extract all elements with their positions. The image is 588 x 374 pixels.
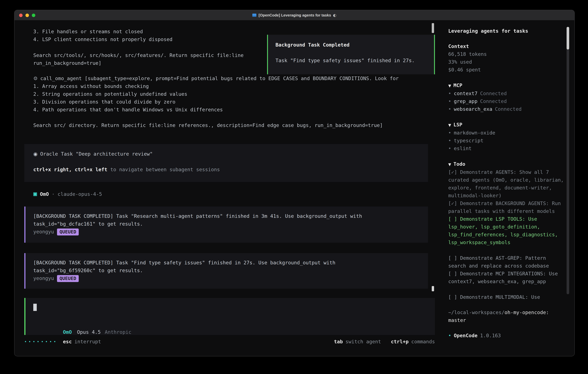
oracle-hint: ctrl+x right, ctrl+x left to navigate be…	[33, 166, 428, 174]
chevron-down-icon: ▼	[448, 83, 451, 88]
todo-header-label: Todo	[453, 161, 465, 167]
tool-call-block: ⚙call_omo_agent [subagent_type=explore, …	[33, 75, 399, 114]
agent-square-icon	[33, 192, 37, 196]
todo-section-header[interactable]: ▼Todo	[448, 160, 564, 168]
esc-hint: escinterrupt	[63, 338, 101, 346]
ctrl-p-key: ctrl+p	[391, 339, 409, 344]
status-bar: •••••••• escinterrupt tabswitch agent ct…	[24, 338, 435, 346]
screen: [OpenCode] Leveraging agents for tasks ◐…	[0, 0, 588, 374]
fisheye-icon: ◉	[33, 151, 38, 157]
mcp-name: grep_app	[454, 98, 478, 104]
prompt-input[interactable]: OmOOpus 4.5Anthropic	[24, 298, 435, 335]
message-meta: yeongyuQUEUED	[33, 228, 428, 236]
todo-item: [ ] Demonstrate AST-GREP: Pattern search…	[448, 254, 564, 270]
commands-label: commands	[411, 339, 435, 344]
tab-label: switch agent	[346, 339, 381, 344]
commands-hint: ctrl+pcommands	[391, 338, 435, 346]
agent-model: claude-opus-4-5	[58, 190, 102, 198]
context-used: 33% used	[448, 58, 564, 66]
todo-text: Demonstrate AGENTS: Show all 7 curated a…	[448, 169, 564, 198]
todo-item: [✓] Demonstrate AGENTS: Show all 7 curat…	[448, 168, 564, 200]
todo-checkbox: [ ]	[448, 294, 457, 300]
mcp-header-label: MCP	[453, 83, 462, 88]
sidebar: Leveraging agents for tasks Context 66,5…	[442, 21, 574, 356]
tool-call-item: 4. Path operations that don't handle Win…	[33, 106, 399, 114]
status-right: tabswitch agent ctrl+pcommands	[334, 338, 435, 346]
minimize-window-button[interactable]	[25, 14, 29, 17]
bullet-icon: •	[448, 91, 451, 96]
mcp-item: •grep_appConnected	[448, 97, 564, 105]
chevron-down-icon: ▼	[448, 162, 451, 166]
input-agent-name: OmO	[63, 329, 72, 335]
lsp-header-label: LSP	[453, 122, 462, 128]
lsp-item: •eslint	[448, 145, 564, 152]
message-user: yeongyu	[33, 275, 54, 281]
sidebar-scrollbar-track[interactable]	[567, 27, 569, 294]
terminal-body: 3. File handles or streams not closed 4.…	[14, 21, 574, 356]
todo-checkbox: [✓]	[448, 200, 457, 206]
tab-hint: tabswitch agent	[334, 338, 381, 346]
message-card: [BACKGROUND TASK COMPLETED] Task "Resear…	[24, 207, 428, 243]
bullet-icon: •	[448, 106, 451, 112]
todo-text: Demonstrate MCP INTEGRATIONS: Use contex…	[448, 271, 558, 284]
oracle-title-text: Oracle Task "Deep architecture review"	[40, 151, 153, 157]
lsp-item: •markdown-oxide	[448, 129, 564, 137]
window-title-text: [OpenCode] Leveraging agents for tasks	[259, 13, 331, 17]
input-model: Opus 4.5	[77, 329, 101, 335]
window-title: [OpenCode] Leveraging agents for tasks ◐	[252, 13, 336, 17]
traffic-lights	[19, 14, 35, 17]
window-app-icon	[252, 14, 257, 17]
tool-call-tail: Search src/ directory. Return specific f…	[33, 122, 383, 129]
todo-checkbox: [ ]	[448, 271, 457, 277]
esc-key: esc	[63, 339, 72, 344]
transcript-block-search: Search src/tools/, src/hooks/, src/featu…	[33, 52, 243, 67]
todo-checkbox: [ ]	[448, 216, 457, 222]
background-task-toast: Background Task Completed Task "Find typ…	[267, 35, 435, 74]
close-window-button[interactable]	[19, 14, 22, 17]
mcp-section-header[interactable]: ▼MCP	[448, 82, 564, 90]
message-card: [BACKGROUND TASK COMPLETED] Task "Find t…	[24, 253, 428, 289]
context-spent: $0.46 spent	[448, 66, 564, 74]
titlebar: [OpenCode] Leveraging agents for tasks ◐	[14, 10, 574, 21]
transcript-line: 4. LSP client connections not properly d…	[33, 36, 172, 43]
status-badge: QUEUED	[57, 229, 79, 235]
tab-key: tab	[334, 339, 343, 344]
mcp-status: Connected	[495, 106, 522, 112]
main-scrollbar-thumb-bottom[interactable]	[432, 286, 434, 291]
mcp-name: websearch_exa	[454, 106, 492, 112]
lsp-name: eslint	[454, 145, 472, 151]
context-tokens: 66,518 tokens	[448, 50, 564, 58]
zoom-window-button[interactable]	[32, 14, 35, 17]
workspace-dir: ~/local-workspaces/	[448, 310, 504, 315]
hint-keys: ctrl+x right, ctrl+x left	[33, 166, 107, 172]
agent-header: OmO · claude-opus-4-5	[33, 190, 102, 198]
toast-body: Task "Find type safety issues" finished …	[275, 57, 427, 64]
workspace-repo: oh-my-opencode:	[504, 310, 549, 315]
oracle-task-title: ◉Oracle Task "Deep architecture review"	[33, 150, 428, 158]
app-version-footer: •OpenCode1.0.163	[448, 332, 564, 340]
lsp-section-header[interactable]: ▼LSP	[448, 121, 564, 129]
workspace-branch: master	[448, 317, 466, 323]
text-cursor	[33, 304, 37, 311]
todo-item: [ ] Demonstrate LSP TOOLS: Use lsp_hover…	[448, 215, 564, 246]
sidebar-scrollbar-thumb[interactable]	[567, 27, 569, 50]
bullet-icon: •	[448, 333, 451, 338]
message-line: task_id="bg_dcfac161" to get results.	[33, 220, 428, 228]
input-provider: Anthropic	[105, 329, 131, 335]
workspace-path: ~/local-workspaces/oh-my-opencode: maste…	[448, 309, 564, 324]
toast-title: Background Task Completed	[275, 41, 427, 49]
tool-call-text: call_omo_agent [subagent_type=explore, p…	[40, 75, 399, 81]
message-line: task_id="bg_6f59260c" to get results.	[33, 267, 428, 274]
todo-text: Demonstrate MULTIMODAL: Use	[460, 294, 540, 300]
dark-mode-icon: ◐	[333, 13, 336, 17]
transcript-line: Search src/tools/, src/hooks/, src/featu…	[33, 52, 243, 59]
message-line: [BACKGROUND TASK COMPLETED] Task "Resear…	[33, 212, 428, 220]
chevron-down-icon: ▼	[448, 123, 451, 127]
app-name: OpenCode	[454, 333, 478, 338]
mcp-status: Connected	[480, 91, 507, 96]
todo-item: [ ] Demonstrate MULTIMODAL: Use	[448, 293, 564, 301]
lsp-name: markdown-oxide	[454, 130, 495, 136]
main-scrollbar-thumb[interactable]	[432, 23, 434, 33]
hint-text: to navigate between subagent sessions	[107, 166, 220, 172]
status-left: •••••••• escinterrupt	[24, 338, 101, 346]
